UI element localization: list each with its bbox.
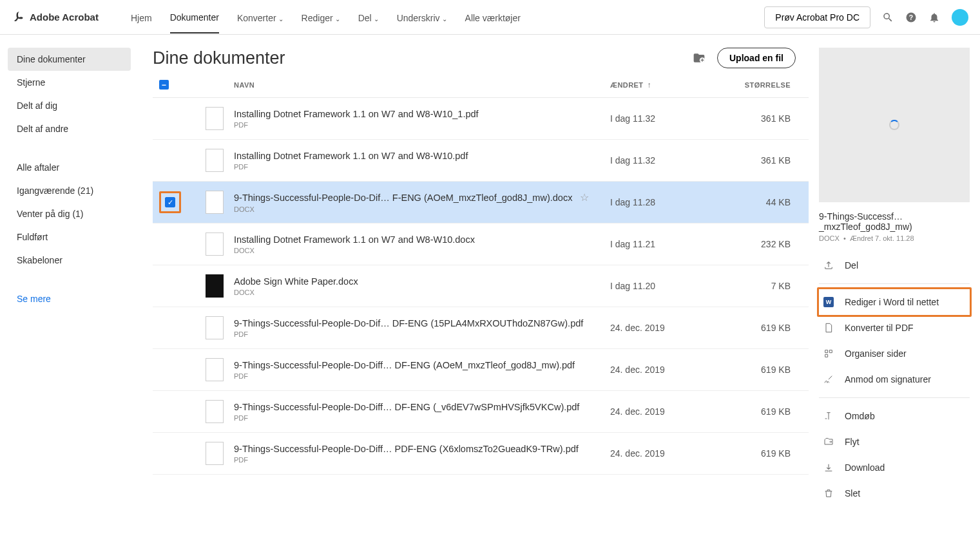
action-share[interactable]: Del — [819, 252, 970, 278]
action-download[interactable]: Download — [819, 455, 970, 480]
table-row[interactable]: Installing Dotnet Framework 1.1 on W7 an… — [153, 140, 809, 182]
file-modified: 24. dec. 2019 — [610, 448, 726, 459]
file-modified: I dag 11.20 — [610, 281, 726, 291]
file-type: PDF — [234, 414, 610, 422]
sidebar-item-templates[interactable]: Skabeloner — [8, 249, 131, 272]
action-rename-label: Omdøb — [845, 411, 875, 421]
pdf-icon — [823, 322, 834, 334]
nav-convert[interactable]: Konverter⌄ — [237, 1, 283, 33]
preview-thumbnail — [819, 48, 970, 202]
action-rename[interactable]: Omdøb — [819, 403, 970, 429]
file-size: 619 KB — [726, 448, 791, 459]
action-convert-pdf[interactable]: Konverter til PDF — [819, 315, 970, 341]
table-row[interactable]: Adobe Sign White Paper.docxDOCXI dag 11.… — [153, 265, 809, 307]
action-move-label: Flyt — [845, 437, 860, 447]
sidebar-item-all-agreements[interactable]: Alle aftaler — [8, 156, 131, 179]
nav-edit[interactable]: Rediger⌄ — [302, 1, 340, 33]
share-icon — [823, 260, 834, 271]
file-type: PDF — [234, 330, 610, 338]
move-icon — [823, 436, 834, 448]
file-thumbnail — [206, 358, 224, 381]
table-row[interactable]: Installing Dotnet Framework 1.1 on W7 an… — [153, 223, 809, 265]
action-delete-label: Slet — [845, 488, 860, 498]
nav-home[interactable]: Hjem — [131, 1, 152, 33]
select-all-checkbox[interactable]: − — [159, 80, 169, 90]
file-modified: I dag 11.32 — [610, 113, 726, 124]
topbar: Adobe Acrobat Hjem Dokumenter Konverter⌄… — [0, 0, 980, 35]
file-type: PDF — [234, 372, 610, 380]
upload-file-button[interactable]: Upload en fil — [717, 48, 796, 68]
file-name: Installing Dotnet Framework 1.1 on W7 an… — [234, 234, 610, 245]
file-thumbnail — [206, 316, 224, 339]
column-modified[interactable]: ÆNDRET↑ — [610, 81, 726, 90]
star-icon[interactable]: ☆ — [580, 191, 589, 204]
column-name[interactable]: NAVN — [234, 81, 610, 89]
nav-sign[interactable]: Underskriv⌄ — [397, 1, 447, 33]
action-move[interactable]: Flyt — [819, 429, 970, 455]
table-row[interactable]: ✓9-Things-Successful-People-Do-Dif… F-EN… — [153, 182, 809, 223]
file-thumbnail — [206, 274, 224, 298]
file-modified: 24. dec. 2019 — [610, 323, 726, 333]
table-row[interactable]: 9-Things-Successful-People-Do-Dif… DF-EN… — [153, 307, 809, 349]
file-thumbnail — [206, 149, 224, 172]
app-logo[interactable]: Adobe Acrobat — [12, 11, 99, 24]
user-avatar[interactable] — [952, 9, 968, 26]
file-modified: 24. dec. 2019 — [610, 406, 726, 417]
try-pro-button[interactable]: Prøv Acrobat Pro DC — [764, 6, 870, 28]
sidebar-see-more[interactable]: Se mere — [8, 287, 131, 310]
acrobat-icon — [12, 11, 24, 24]
action-organize-label: Organiser sider — [845, 348, 907, 359]
action-request-sig-label: Anmod om signaturer — [845, 374, 931, 384]
nav-all-tools[interactable]: Alle værktøjer — [465, 1, 521, 33]
action-edit-word-label: Rediger i Word til nettet — [845, 297, 939, 307]
file-name: 9-Things-Successful-People-Do-Diff… DF-E… — [234, 360, 610, 370]
download-icon — [823, 462, 834, 473]
sidebar-item-in-progress[interactable]: Igangværende (21) — [8, 179, 131, 202]
file-list[interactable]: Installing Dotnet Framework 1.1 on W7 an… — [153, 97, 809, 475]
svg-text:?: ? — [909, 13, 913, 21]
sidebar: Dine dokumenter Stjerne Delt af dig Delt… — [0, 35, 139, 541]
page-title: Dine dokumenter — [153, 48, 285, 68]
file-size: 619 KB — [726, 365, 791, 375]
action-organize-pages[interactable]: Organiser sider — [819, 341, 970, 366]
file-type: DOCX — [234, 247, 610, 254]
nav-share[interactable]: Del⌄ — [358, 1, 379, 33]
row-checkbox-highlight: ✓ — [159, 191, 181, 213]
new-folder-icon[interactable] — [693, 52, 706, 64]
trash-icon — [823, 488, 834, 499]
action-edit-word[interactable]: W Rediger i Word til nettet — [819, 289, 970, 315]
nav-documents[interactable]: Dokumenter — [170, 1, 219, 33]
row-checkbox[interactable]: ✓ — [165, 197, 175, 207]
file-size: 361 KB — [726, 155, 791, 166]
chevron-down-icon: ⌄ — [442, 15, 447, 23]
table-row[interactable]: 9-Things-Successful-People-Do-Diff… DF-E… — [153, 349, 809, 391]
search-icon[interactable] — [882, 12, 894, 23]
file-modified: I dag 11.32 — [610, 155, 726, 166]
action-request-signatures[interactable]: Anmod om signaturer — [819, 366, 970, 392]
sidebar-item-completed[interactable]: Fuldført — [8, 225, 131, 249]
main-content: Dine dokumenter Upload en fil − NAVN ÆND… — [139, 35, 809, 541]
signature-icon — [823, 374, 834, 385]
file-size: 232 KB — [726, 239, 791, 249]
rename-icon — [823, 410, 834, 422]
action-delete[interactable]: Slet — [819, 480, 970, 506]
sidebar-item-shared-by-you[interactable]: Delt af dig — [8, 94, 131, 117]
sidebar-item-shared-by-others[interactable]: Delt af andre — [8, 117, 131, 140]
table-row[interactable]: 9-Things-Successful-People-Do-Diff… PDF-… — [153, 433, 809, 475]
file-name: 9-Things-Successful-People-Do-Diff… PDF-… — [234, 444, 610, 454]
column-size[interactable]: STØRRELSE — [726, 81, 791, 89]
sidebar-item-starred[interactable]: Stjerne — [8, 71, 131, 94]
help-icon[interactable]: ? — [905, 12, 917, 23]
file-size: 44 KB — [726, 197, 791, 207]
action-convert-pdf-label: Konverter til PDF — [845, 323, 914, 333]
table-row[interactable]: 9-Things-Successful-People-Do-Diff… DF-E… — [153, 391, 809, 433]
table-row[interactable]: Installing Dotnet Framework 1.1 on W7 an… — [153, 98, 809, 140]
word-icon: W — [823, 296, 834, 308]
bell-icon[interactable] — [928, 12, 940, 23]
file-size: 619 KB — [726, 406, 791, 417]
sidebar-item-waiting[interactable]: Venter på dig (1) — [8, 202, 131, 225]
sidebar-item-your-documents[interactable]: Dine dokumenter — [8, 48, 131, 71]
chevron-down-icon: ⌄ — [374, 15, 379, 23]
file-size: 619 KB — [726, 323, 791, 333]
file-name: 9-Things-Successful-People-Do-Dif… F-ENG… — [234, 191, 610, 204]
